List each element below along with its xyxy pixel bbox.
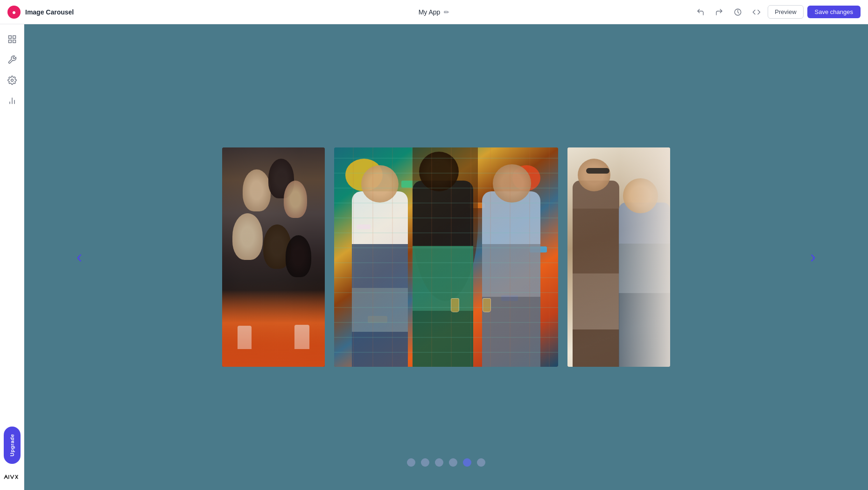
sidebar-bottom: Upgrade — [3, 427, 21, 484]
chart-icon — [7, 96, 17, 105]
dot-3[interactable] — [435, 458, 443, 467]
dot-indicators — [407, 458, 485, 467]
undo-icon — [696, 8, 705, 16]
dot-1[interactable] — [407, 458, 415, 467]
right-actions: Preview Save changes — [693, 5, 861, 20]
main-layout: Upgrade ‹ — [0, 24, 868, 490]
component-title: Image Carousel — [25, 8, 74, 16]
svg-rect-1 — [8, 36, 11, 39]
carousel-images — [222, 24, 670, 490]
logo-text: ● — [12, 8, 16, 16]
wix-logo — [3, 469, 21, 484]
canvas: ‹ — [24, 24, 868, 490]
edit-app-name-icon[interactable]: ✏ — [444, 8, 449, 16]
sidebar-item-dashboard[interactable] — [3, 30, 21, 49]
slide-image-1 — [222, 147, 325, 367]
chevron-right-icon: › — [810, 249, 816, 266]
carousel-slide-center — [334, 147, 558, 367]
app-logo: ● — [7, 6, 21, 19]
sidebar-item-settings[interactable] — [3, 71, 21, 90]
sidebar-item-design[interactable] — [3, 50, 21, 69]
topbar: ● Image Carousel My App ✏ Preview Save c… — [0, 0, 868, 24]
dot-6[interactable] — [477, 458, 485, 467]
app-name: My App — [419, 8, 441, 16]
svg-rect-2 — [13, 36, 15, 39]
sidebar-item-analytics[interactable] — [3, 91, 21, 110]
history-button[interactable] — [730, 5, 745, 20]
carousel-slide-right — [567, 147, 670, 367]
save-button[interactable]: Save changes — [807, 6, 861, 18]
svg-rect-3 — [8, 40, 11, 43]
carousel-next-button[interactable]: › — [805, 249, 821, 266]
redo-icon — [715, 8, 723, 16]
svg-point-5 — [11, 79, 13, 82]
carousel-slide-left — [222, 147, 325, 367]
history-icon — [734, 8, 742, 16]
wrench-icon — [7, 55, 17, 64]
undo-button[interactable] — [693, 5, 708, 20]
redo-button[interactable] — [712, 5, 727, 20]
sidebar: Upgrade — [0, 24, 24, 490]
carousel-wrapper: ‹ — [24, 24, 868, 490]
wix-logo-icon — [4, 472, 21, 482]
grid-icon — [7, 35, 17, 44]
code-button[interactable] — [749, 5, 764, 20]
chevron-left-icon: ‹ — [77, 249, 82, 266]
gear-icon — [7, 76, 17, 85]
slide-image-3 — [567, 147, 670, 367]
slide-image-2 — [334, 147, 558, 367]
preview-button[interactable]: Preview — [768, 5, 803, 19]
dot-2[interactable] — [421, 458, 429, 467]
dot-4[interactable] — [449, 458, 457, 467]
logo-area: ● Image Carousel — [7, 6, 74, 19]
upgrade-button[interactable]: Upgrade — [4, 427, 21, 464]
code-icon — [752, 8, 761, 16]
dot-5[interactable] — [463, 458, 471, 467]
svg-rect-4 — [13, 40, 15, 43]
center-area: My App ✏ — [419, 8, 450, 16]
carousel-prev-button[interactable]: ‹ — [71, 249, 88, 266]
